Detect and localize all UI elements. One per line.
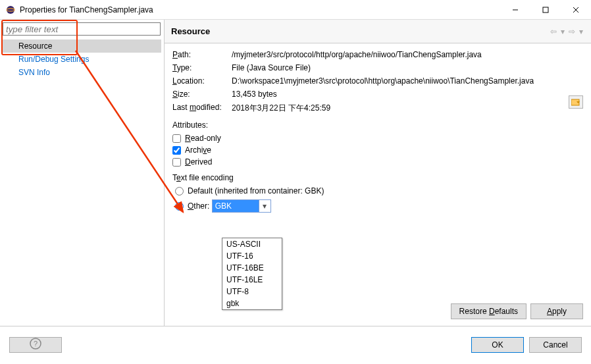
filter-input[interactable] (3, 22, 161, 36)
encoding-default-radio[interactable] (175, 187, 184, 195)
nav-arrows: ⇦ ▾ ⇨ ▾ (549, 27, 584, 36)
encoding-option[interactable]: UTF-16 (222, 250, 282, 262)
encoding-option[interactable]: UTF-16LE (222, 274, 282, 286)
encoding-option[interactable]: US-ASCII (222, 238, 282, 250)
tree-item-resource[interactable]: Resource (3, 39, 161, 53)
svg-point-0 (7, 6, 14, 14)
close-button[interactable] (561, 0, 591, 20)
derived-label: Derived (185, 157, 212, 167)
restore-defaults-button[interactable]: Restore Defaults (451, 303, 527, 319)
forward-icon[interactable]: ⇨ (567, 27, 577, 36)
encoding-other-label: Other: (188, 201, 212, 211)
properties: Path: /myjmeter3/src/protocol/http/org/a… (165, 43, 591, 213)
location-value: D:\workspace1\myjmeter3\src\protocol\htt… (232, 76, 583, 86)
readonly-label: Read-only (185, 134, 221, 143)
size-value: 13,453 bytes (232, 90, 583, 99)
attributes-label: Attributes: (172, 120, 583, 130)
page-title: Resource (171, 26, 549, 36)
readonly-checkbox[interactable] (172, 134, 181, 143)
cancel-button[interactable]: Cancel (529, 337, 582, 353)
type-value: File (Java Source File) (232, 63, 583, 72)
tree-item-run-debug[interactable]: Run/Debug Settings (3, 53, 161, 66)
content-header: Resource ⇦ ▾ ⇨ ▾ (165, 20, 591, 43)
encoding-option[interactable]: UTF-8 (222, 286, 282, 298)
svg-rect-3 (543, 7, 548, 13)
encoding-group: Text file encoding Default (inherited fr… (172, 173, 583, 213)
tree-item-svn-info[interactable]: SVN Info (3, 66, 161, 79)
encoding-option[interactable]: UTF-16BE (222, 262, 282, 274)
ok-button[interactable]: OK (471, 337, 524, 353)
modified-value: 2018年3月22日 下午4:25:59 (232, 103, 583, 114)
path-value: /myjmeter3/src/protocol/http/org/apache/… (232, 50, 583, 59)
apply-button[interactable]: Apply (530, 303, 583, 319)
chevron-down-icon[interactable]: ▾ (259, 200, 270, 212)
minimize-button[interactable] (500, 0, 530, 20)
encoding-label: Text file encoding (172, 173, 583, 182)
size-label: Size: (172, 90, 232, 99)
encoding-selected: GBK (213, 200, 259, 212)
titlebar: Properties for TianChengSampler.java (0, 0, 591, 20)
forward-dropdown-icon[interactable]: ▾ (578, 27, 584, 36)
derived-checkbox[interactable] (172, 158, 181, 167)
encoding-dropdown: US-ASCII UTF-16 UTF-16BE UTF-16LE UTF-8 … (222, 238, 282, 310)
back-icon[interactable]: ⇦ (549, 27, 558, 36)
type-label: Type: (172, 63, 232, 72)
show-in-explorer-button[interactable] (569, 95, 583, 109)
maximize-button[interactable] (530, 0, 561, 20)
window-title: Properties for TianChengSampler.java (20, 5, 500, 14)
back-dropdown-icon[interactable]: ▾ (559, 27, 566, 36)
encoding-option[interactable]: gbk (222, 298, 282, 309)
sidebar: Resource Run/Debug Settings SVN Info (0, 20, 165, 326)
tree: Resource Run/Debug Settings SVN Info (3, 39, 161, 79)
encoding-combo[interactable]: GBK ▾ (212, 199, 271, 213)
archive-checkbox[interactable] (172, 146, 181, 155)
eclipse-icon (5, 5, 16, 15)
location-label: Location: (172, 76, 232, 86)
svg-text:?: ? (34, 340, 38, 348)
encoding-other-radio[interactable] (175, 202, 184, 211)
archive-label: Archive (185, 145, 211, 155)
footer: ? OK Cancel (0, 326, 591, 363)
encoding-default-label: Default (inherited from container: GBK) (188, 186, 324, 195)
path-label: Path: (172, 50, 232, 59)
help-button[interactable]: ? (9, 337, 62, 353)
modified-label: Last modified: (172, 103, 232, 112)
